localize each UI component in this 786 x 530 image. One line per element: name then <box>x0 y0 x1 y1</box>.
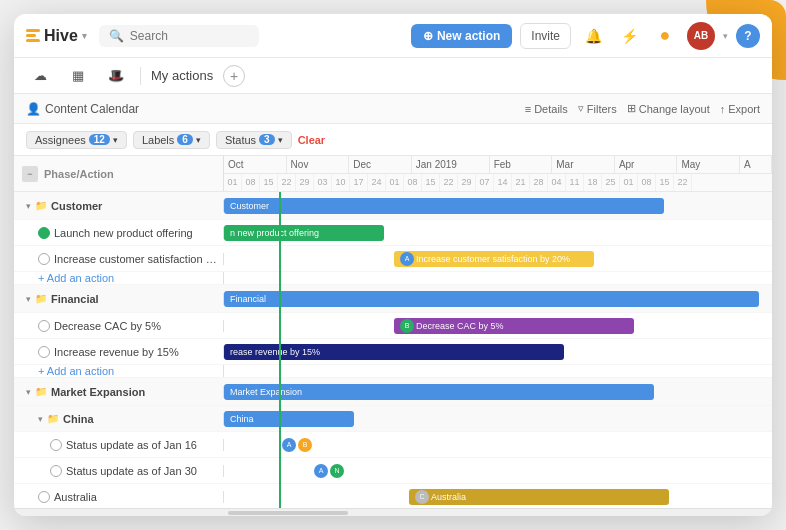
avatar[interactable]: AB <box>687 22 715 50</box>
person-icon: 👤 <box>26 102 41 116</box>
logo-dropdown-arrow[interactable]: ▾ <box>82 31 87 41</box>
china-bar-cell: China <box>224 406 772 432</box>
status-jan30-label: Status update as of Jan 30 <box>14 465 224 477</box>
change-layout-button[interactable]: ⊞ Change layout <box>627 102 710 115</box>
status-filter[interactable]: Status 3 ▾ <box>216 131 292 149</box>
launch-bar[interactable]: n new product offering <box>224 225 384 241</box>
customer-group-bar[interactable]: Customer <box>224 198 664 214</box>
filter-row: Assignees 12 ▾ Labels 6 ▾ Status 3 ▾ Cle… <box>14 124 772 156</box>
satisfaction-bar-cell: A Increase customer satisfaction by 20% <box>224 246 772 272</box>
day-11: 11 <box>566 174 584 191</box>
decrease-cac-icon <box>38 320 50 332</box>
decrease-cac-bar[interactable]: B Decrease CAC by 5% <box>394 318 634 334</box>
scrollbar-thumb[interactable] <box>228 511 348 515</box>
filter-icon: ▿ <box>578 102 584 115</box>
labels-filter[interactable]: Labels 6 ▾ <box>133 131 210 149</box>
launch-product-label: Launch new product offering <box>14 227 224 239</box>
collapse-all-icon[interactable]: − <box>22 166 38 182</box>
status-jan16-avatar1: A <box>282 438 296 452</box>
grid-icon[interactable]: ▦ <box>64 62 92 90</box>
day-03: 03 <box>314 174 332 191</box>
month-apr: Apr <box>615 156 678 173</box>
financial-chevron[interactable]: ▾ <box>26 294 31 304</box>
status-jan16-row: Status update as of Jan 16 A B <box>14 432 772 458</box>
gantt-timeline-header: Oct Nov Dec Jan 2019 Feb Mar Apr May A 0… <box>224 156 772 191</box>
status-jan30-row: Status update as of Jan 30 A N <box>14 458 772 484</box>
day-01: 01 <box>224 174 242 191</box>
cloud-icon[interactable]: ☁ <box>26 62 54 90</box>
increase-revenue-bar[interactable]: rease revenue by 15% <box>224 344 564 360</box>
gantt-body: ▾ 📁 Customer Customer Launch new product… <box>14 192 772 508</box>
help-button[interactable]: ? <box>736 24 760 48</box>
new-action-button[interactable]: ⊕ New action <box>411 24 512 48</box>
status-jan30-avatar2: N <box>330 464 344 478</box>
assignees-filter[interactable]: Assignees 12 ▾ <box>26 131 127 149</box>
status-jan16-bar-cell: A B <box>224 432 772 458</box>
today-line <box>279 192 281 508</box>
add-action-financial[interactable]: + Add an action <box>14 365 224 377</box>
australia-bar[interactable]: C Australia <box>409 489 669 505</box>
assignees-dropdown-icon: ▾ <box>113 135 118 145</box>
australia-bar-cell: C Australia <box>224 484 772 509</box>
my-actions-button[interactable]: My actions <box>151 68 213 83</box>
hat-icon[interactable]: 🎩 <box>102 62 130 90</box>
launch-bar-cell: n new product offering <box>224 220 772 246</box>
status-jan30-avatar1: A <box>314 464 328 478</box>
search-box[interactable]: 🔍 <box>99 25 259 47</box>
export-button[interactable]: ↑ Export <box>720 103 760 115</box>
circle-orange-icon[interactable]: ● <box>651 22 679 50</box>
assignees-count: 12 <box>89 134 110 145</box>
layout-icon: ⊞ <box>627 102 636 115</box>
china-group-label: ▾ 📁 China <box>14 413 224 425</box>
financial-folder-icon: 📁 <box>35 293 47 304</box>
scrollbar[interactable] <box>14 508 772 516</box>
australia-label: Australia <box>14 491 224 503</box>
avatar-dropdown-arrow[interactable]: ▾ <box>723 31 728 41</box>
toolbar-separator <box>140 67 141 85</box>
market-chevron[interactable]: ▾ <box>26 387 31 397</box>
china-bar[interactable]: China <box>224 411 354 427</box>
export-icon: ↑ <box>720 103 726 115</box>
day-01b: 01 <box>386 174 404 191</box>
details-button[interactable]: ≡ Details <box>525 103 568 115</box>
financial-group-bar[interactable]: Financial <box>224 291 759 307</box>
search-input[interactable] <box>130 29 249 43</box>
australia-icon <box>38 491 50 503</box>
notification-icon[interactable]: ⚡ <box>615 22 643 50</box>
market-group-bar[interactable]: Market Expansion <box>224 384 654 400</box>
customer-chevron[interactable]: ▾ <box>26 201 31 211</box>
gantt-phase-header: − Phase/Action <box>14 156 224 191</box>
breadcrumb-calendar[interactable]: Content Calendar <box>45 102 139 116</box>
month-nov: Nov <box>287 156 350 173</box>
toolbar-row: ☁ ▦ 🎩 My actions + <box>14 58 772 94</box>
status-count: 3 <box>259 134 275 145</box>
satisfaction-bar[interactable]: A Increase customer satisfaction by 20% <box>394 251 594 267</box>
decrease-cac-label: Decrease CAC by 5% <box>14 320 224 332</box>
add-tab-button[interactable]: + <box>223 65 245 87</box>
labels-count: 6 <box>177 134 193 145</box>
day-01c: 01 <box>620 174 638 191</box>
financial-group-row: ▾ 📁 Financial Financial <box>14 285 772 313</box>
app-logo[interactable]: Hive ▾ <box>26 27 87 45</box>
day-25: 25 <box>602 174 620 191</box>
invite-button[interactable]: Invite <box>520 23 571 49</box>
add-action-financial-row: + Add an action <box>14 365 772 378</box>
day-22: 22 <box>278 174 296 191</box>
month-mar: Mar <box>552 156 615 173</box>
china-chevron[interactable]: ▾ <box>38 414 43 424</box>
status-jan16-avatar2: B <box>298 438 312 452</box>
increase-revenue-row: Increase revenue by 15% rease revenue by… <box>14 339 772 365</box>
launch-product-row: Launch new product offering n new produc… <box>14 220 772 246</box>
month-a: A <box>740 156 772 173</box>
day-15: 15 <box>260 174 278 191</box>
month-oct: Oct <box>224 156 287 173</box>
search-icon: 🔍 <box>109 29 124 43</box>
add-action-customer[interactable]: + Add an action <box>14 272 224 284</box>
clear-filters-button[interactable]: Clear <box>298 134 326 146</box>
day-28: 28 <box>530 174 548 191</box>
avatar-mini-blue: A <box>400 252 414 266</box>
customer-satisfaction-label: Increase customer satisfaction by 20% <box>14 253 224 265</box>
bell-icon[interactable]: 🔔 <box>579 22 607 50</box>
day-29: 29 <box>296 174 314 191</box>
filters-button[interactable]: ▿ Filters <box>578 102 617 115</box>
